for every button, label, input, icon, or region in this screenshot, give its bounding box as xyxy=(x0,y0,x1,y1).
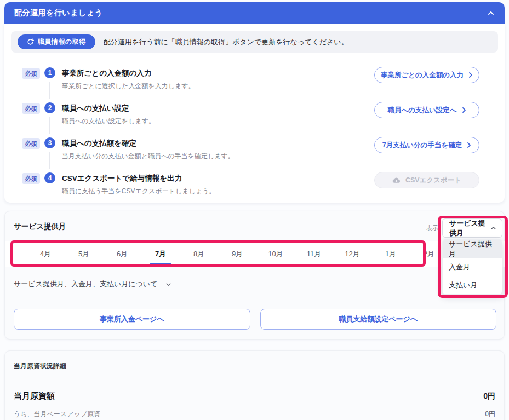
chevron-right-icon xyxy=(462,107,466,113)
about-months-toggle[interactable]: サービス提供月、入金月、支払い月について xyxy=(14,279,171,289)
month-tabbar: 4月 5月 6月 7月 8月 9月 10月 11月 12月 1月 2月 xyxy=(5,241,505,267)
step-description: 事業所ごとに選択した入金額を入力します。 xyxy=(62,82,195,91)
required-badge: 必須 xyxy=(22,68,40,79)
button-label: 職員への支払い設定へ xyxy=(387,106,456,115)
chevron-up-icon[interactable] xyxy=(487,9,495,17)
step-row-2: 必須 2 職員への支払い設定 職員への支払い設定をします。 職員への支払い設定へ xyxy=(22,102,487,137)
tab-month-6[interactable]: 6月 xyxy=(103,241,141,267)
step-connector-line xyxy=(49,152,50,169)
cloud-download-icon xyxy=(392,177,401,183)
accordion-header[interactable]: 配分運用を行いましょう xyxy=(4,2,505,24)
step-row-1: 必須 1 事業所ごとの入金額の入力 事業所ごとに選択した入金額を入力します。 事… xyxy=(22,67,487,102)
staff-payment-settings-page-button[interactable]: 職員支給額設定ページへ xyxy=(260,309,497,330)
step-row-4: 必須 4 CSVエクスポートで給与情報を出力 職員に支払う手当をCSVエクスポー… xyxy=(22,172,487,196)
button-label: 7月支払い分の手当を確定 xyxy=(382,141,462,150)
required-badge: 必須 xyxy=(22,173,40,184)
select-value: サービス提供月 xyxy=(449,218,490,238)
chevron-up-icon xyxy=(490,225,496,231)
button-label: 事業所ごとの入金額の入力 xyxy=(381,71,464,80)
fund-row-label: うち、当月ベースアップ原資 xyxy=(14,410,100,419)
step-connector-line xyxy=(49,82,50,99)
accordion-title: 配分運用を行いましょう xyxy=(14,8,102,18)
distribution-accordion: 配分運用を行いましょう 職員情報の取得 配分運用を行う前に「職員情報の取得」ボタ… xyxy=(4,2,505,203)
step-description: 職員への支払い設定をします。 xyxy=(62,117,155,126)
tab-month-1[interactable]: 1月 xyxy=(371,241,410,267)
month-type-dropdown-menu: サービス提供月 入金月 支払い月 xyxy=(442,239,502,295)
step-title: CSVエクスポートで給与情報を出力 xyxy=(62,174,215,183)
deposit-input-button[interactable]: 事業所ごとの入金額の入力 xyxy=(374,67,479,83)
dropdown-option-deposit-month[interactable]: 入金月 xyxy=(443,258,502,276)
step-description: 当月支払い分の支払い金額と職員への手当を確定します。 xyxy=(62,152,235,161)
section-title: サービス提供月 xyxy=(14,222,66,232)
step-number: 1 xyxy=(44,67,55,78)
tab-month-9[interactable]: 9月 xyxy=(218,241,256,267)
confirm-allowance-button[interactable]: 7月支払い分の手当を確定 xyxy=(374,137,479,153)
nav-button-row: 事業所入金ページへ 職員支給額設定ページへ xyxy=(14,309,496,330)
display-label: 表示: xyxy=(417,224,440,232)
office-deposit-page-button[interactable]: 事業所入金ページへ xyxy=(14,309,250,330)
dropdown-option-payment-month[interactable]: 支払い月 xyxy=(443,276,502,294)
refresh-icon xyxy=(27,38,34,45)
step-number: 4 xyxy=(44,172,55,183)
fund-row-label: 当月原資額 xyxy=(14,391,55,401)
accordion-body: 職員情報の取得 配分運用を行う前に「職員情報の取得」ボタンで更新を行なってくださ… xyxy=(4,24,505,203)
fund-details-card: 当月原資状況詳細 当月原資額 0円 うち、当月ベースアップ原資 0円 xyxy=(4,350,505,420)
fund-details-title: 当月原資状況詳細 xyxy=(14,361,495,371)
step-title: 事業所ごとの入金額の入力 xyxy=(62,68,195,78)
step-title: 職員への支払い設定 xyxy=(62,103,155,113)
tab-month-11[interactable]: 11月 xyxy=(295,241,333,267)
notice-row: 職員情報の取得 配分運用を行う前に「職員情報の取得」ボタンで更新を行なってくださ… xyxy=(11,31,498,53)
tab-month-8[interactable]: 8月 xyxy=(180,241,218,267)
tab-month-7[interactable]: 7月 xyxy=(141,241,180,267)
step-number: 3 xyxy=(44,137,55,148)
tab-month-12[interactable]: 12月 xyxy=(333,241,371,267)
about-months-label: サービス提供月、入金月、支払い月について xyxy=(14,279,157,289)
tab-month-5[interactable]: 5月 xyxy=(65,241,103,267)
chevron-right-icon xyxy=(468,72,473,78)
tab-month-10[interactable]: 10月 xyxy=(256,241,295,267)
step-description: 職員に支払う手当をCSVエクスポートしましょう。 xyxy=(62,187,215,196)
required-badge: 必須 xyxy=(22,138,40,149)
fund-row-value: 0円 xyxy=(485,410,495,419)
step-number: 2 xyxy=(44,102,55,113)
chevron-right-icon xyxy=(467,142,471,148)
notice-message: 配分運用を行う前に「職員情報の取得」ボタンで更新を行なってください。 xyxy=(104,37,348,47)
step-list: 必須 1 事業所ごとの入金額の入力 事業所ごとに選択した入金額を入力します。 事… xyxy=(11,64,498,196)
required-badge: 必須 xyxy=(22,103,40,114)
dropdown-option-service-month[interactable]: サービス提供月 xyxy=(443,240,502,258)
csv-export-button[interactable]: CSVエクスポート xyxy=(374,172,479,188)
chevron-down-icon xyxy=(165,281,171,287)
fetch-staff-info-label: 職員情報の取得 xyxy=(38,37,86,47)
fetch-staff-info-button[interactable]: 職員情報の取得 xyxy=(18,34,95,49)
service-month-card: サービス提供月 表示: サービス提供月 サービス提供月 入金月 支払い月 4月 … xyxy=(4,211,505,340)
fund-row-baseup: うち、当月ベースアップ原資 0円 xyxy=(14,410,495,419)
tab-month-4[interactable]: 4月 xyxy=(26,241,65,267)
step-title: 職員への支払額を確定 xyxy=(62,139,235,148)
fund-row-value: 0円 xyxy=(483,392,495,401)
month-type-select[interactable]: サービス提供月 xyxy=(442,218,502,238)
step-connector-line xyxy=(49,117,50,134)
payment-settings-button[interactable]: 職員への支払い設定へ xyxy=(374,102,479,118)
fund-row-total: 当月原資額 0円 xyxy=(14,391,495,401)
step-row-3: 必須 3 職員への支払額を確定 当月支払い分の支払い金額と職員への手当を確定しま… xyxy=(22,137,487,172)
button-label: CSVエクスポート xyxy=(405,176,461,185)
